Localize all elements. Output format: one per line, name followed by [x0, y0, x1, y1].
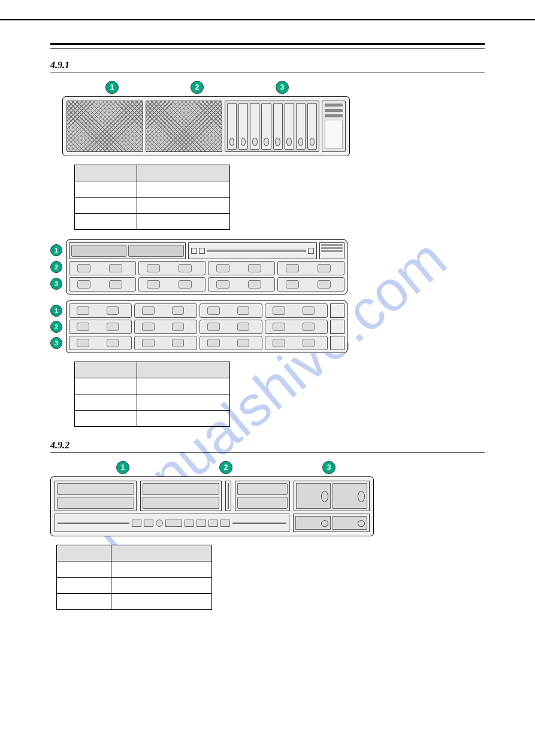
sff-slot [285, 103, 294, 150]
lff-slot [69, 303, 132, 318]
page-top-rule [0, 19, 535, 20]
lff-side-panel [330, 303, 344, 318]
port-icon [185, 520, 194, 527]
callout-2: 2 [50, 261, 62, 273]
lff-row [69, 336, 344, 350]
table1-r3c2 [137, 214, 229, 230]
rear-middle-bay [225, 481, 231, 511]
psu-1 [296, 483, 331, 509]
lff-row [69, 277, 344, 292]
callout-3: 3 [50, 278, 62, 290]
table2-r2c2 [137, 394, 229, 411]
lff-row [69, 261, 344, 275]
psu-inlet-1 [295, 516, 331, 530]
callout-3: 3 [50, 337, 62, 349]
figure-8lff-front: 1 2 3 [50, 239, 485, 294]
led-icon [321, 250, 343, 252]
riser-cage-2 [140, 481, 222, 511]
led-icon [325, 109, 343, 112]
table-row [75, 411, 230, 427]
port-icon [156, 520, 163, 527]
table2-r1c1 [75, 378, 137, 394]
section-divider-thin [50, 48, 485, 49]
sff-slot [227, 103, 237, 150]
table2-r2c1 [75, 394, 137, 411]
figure-rear-view: 1 2 3 [50, 461, 485, 536]
riser-cage-3 [235, 481, 290, 511]
pci-slot [143, 497, 220, 509]
table3-header-2 [111, 545, 211, 561]
table1-r3c1 [75, 214, 137, 230]
table1-header-2 [137, 165, 229, 181]
led-icon [321, 247, 343, 249]
lff-side-panel [330, 320, 344, 334]
sff-slot [273, 103, 283, 150]
table1-r1c1 [75, 181, 137, 198]
vent-grille-icon [232, 523, 286, 524]
grille-box-1 [67, 101, 143, 152]
psu-bay [294, 481, 370, 511]
lff-slot [265, 320, 328, 334]
table2-r3c2 [137, 411, 229, 427]
lff-side-panel [330, 336, 344, 350]
btn-icon [191, 248, 197, 254]
sff-slot [307, 103, 317, 150]
lff-slot [69, 261, 136, 275]
sff-slot [250, 103, 259, 150]
callout-row-fig1: 1 2 3 [105, 81, 485, 94]
callout-1: 1 [116, 461, 129, 474]
lff-slot [69, 277, 136, 292]
lff-slot [265, 336, 328, 350]
table3-header-1 [57, 545, 111, 561]
sff-slot [261, 103, 271, 150]
vent-grille-icon [228, 483, 229, 509]
sff-drive-cage [225, 101, 319, 152]
vent-grille-icon [58, 523, 129, 524]
port-icon [132, 520, 141, 527]
table2-header-1 [75, 362, 137, 378]
page: manualshive.com 4.9.1 1 2 3 [0, 0, 535, 756]
table3-r2c1 [57, 578, 111, 594]
table1-r2c1 [75, 198, 137, 214]
table3-r1c1 [57, 561, 111, 578]
vga-port-icon [165, 520, 182, 527]
figure-12lff-front: 1 2 3 [50, 300, 485, 353]
riser-cage-1 [55, 481, 137, 511]
control-panel [322, 101, 346, 152]
lff-slot [277, 277, 344, 292]
lff-slot [134, 303, 197, 318]
port-icon [197, 520, 206, 527]
lff-slot [69, 320, 132, 334]
callout-2: 2 [219, 461, 232, 474]
lff-slot [277, 261, 344, 275]
sff-option-bay [69, 242, 186, 259]
table3-r2c2 [111, 578, 211, 594]
rear-io-panel [55, 514, 289, 532]
led-icon [321, 244, 343, 246]
pci-slot [57, 497, 134, 509]
table3-r3c1 [57, 594, 111, 610]
port-icon [208, 520, 218, 527]
chassis-12lff [66, 300, 347, 353]
table2-header-2 [137, 362, 229, 378]
callout-3: 3 [322, 461, 335, 474]
pci-slot [237, 483, 288, 495]
callout-1: 1 [105, 81, 119, 94]
lff-slot [200, 303, 262, 318]
callout-row-fig4: 1 2 3 [116, 461, 485, 474]
pci-slot [57, 483, 134, 495]
psu-inlet-2 [333, 516, 368, 530]
table-491a [74, 165, 230, 230]
lff-row [69, 303, 344, 318]
panel-slot [325, 120, 343, 149]
lff-slot [138, 277, 205, 292]
table1-r2c2 [137, 198, 229, 214]
table2-r3c1 [75, 411, 137, 427]
table-row [75, 378, 230, 394]
pci-slot [237, 497, 288, 509]
media-bay-row [69, 242, 344, 259]
sff-option-drive [128, 245, 183, 257]
lff-slot [134, 336, 197, 350]
figure-8sff-front: 1 2 3 [62, 81, 485, 156]
pci-slot [143, 483, 220, 495]
